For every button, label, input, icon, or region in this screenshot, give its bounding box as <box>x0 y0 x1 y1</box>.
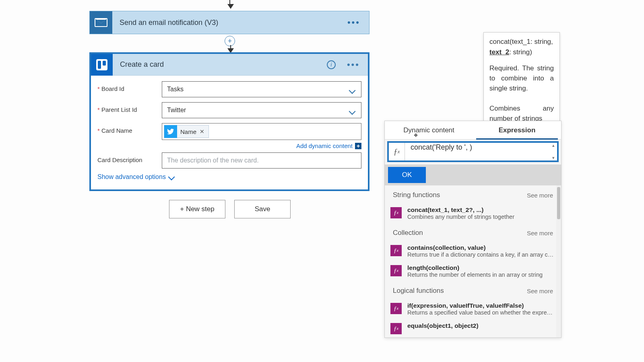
select-board-id[interactable]: Tasks <box>162 81 361 97</box>
fn-concat[interactable]: ƒx concat(text_1, text_2?, ...) Combines… <box>385 203 561 223</box>
ok-button[interactable]: OK <box>388 167 426 183</box>
tooltip-required-text: Required. The string to combine into a s… <box>489 64 554 93</box>
token-twitter-name[interactable]: Name ✕ <box>164 125 209 138</box>
fx-chip-icon: ƒx <box>390 245 402 256</box>
fx-chip-icon: ƒx <box>390 265 402 276</box>
see-more-collection[interactable]: See more <box>527 230 553 237</box>
input-card-description[interactable]: The description of the new card. <box>162 152 361 169</box>
fn-contains[interactable]: ƒx contains(collection, value) Returns t… <box>385 241 561 261</box>
expression-input[interactable]: concat('Reply to ', ) <box>405 143 550 160</box>
input-card-name[interactable]: Name ✕ <box>162 123 361 140</box>
fn-equals[interactable]: ƒx equals(object1, object2) <box>385 319 561 337</box>
save-button[interactable]: Save <box>234 200 291 218</box>
input-card-description-placeholder: The description of the new card. <box>167 157 259 164</box>
chevron-down-icon <box>349 107 355 114</box>
function-list: String functions See more ƒx concat(text… <box>385 185 561 337</box>
label-parent-list-id: Parent List Id <box>97 102 162 113</box>
fn-contains-desc: Returns true if a dictionary contains a … <box>407 251 555 258</box>
info-icon[interactable]: i <box>327 60 336 69</box>
select-parent-list-id[interactable]: Twitter <box>162 102 361 118</box>
see-more-string[interactable]: See more <box>527 192 553 199</box>
fn-if-desc: Returns a specified value based on wheth… <box>407 309 555 316</box>
see-more-logical[interactable]: See more <box>527 288 553 294</box>
category-collection-label: Collection <box>393 229 423 237</box>
fn-if-sig: if(expression, valueIfTrue, valueIfFalse… <box>407 302 555 309</box>
label-card-description: Card Description <box>97 152 162 163</box>
flow-arrow-top <box>227 0 232 6</box>
step-send-email[interactable]: Send an email notification (V3) ••• <box>89 11 369 34</box>
function-signature-tooltip: concat(text_1: string, text_2: string) R… <box>483 32 560 126</box>
category-string-label: String functions <box>393 191 440 199</box>
fn-length-sig: length(collection) <box>407 264 555 272</box>
fn-length-desc: Returns the number of elements in an arr… <box>407 272 555 278</box>
category-logical-label: Logical functions <box>393 287 444 295</box>
fn-concat-desc: Combines any number of strings together <box>407 214 555 220</box>
step-send-email-more-icon[interactable]: ••• <box>347 17 360 28</box>
field-card-name: Card Name Name ✕ <box>97 123 361 140</box>
mail-icon <box>90 11 112 34</box>
step-create-card-title: Create a card <box>120 60 164 69</box>
select-parent-list-id-value: Twitter <box>167 107 186 114</box>
field-board-id: Board Id Tasks <box>97 81 361 97</box>
show-advanced-options[interactable]: Show advanced options <box>97 173 361 181</box>
add-dynamic-content-link[interactable]: Add dynamic content <box>296 142 353 149</box>
new-step-button[interactable]: + New step <box>169 200 225 218</box>
step-create-card-more-icon[interactable]: ••• <box>347 60 360 70</box>
add-dynamic-plus-icon[interactable]: + <box>355 143 361 149</box>
fx-icon: ƒx <box>389 143 405 160</box>
fx-chip-icon: ƒx <box>390 303 402 314</box>
field-card-description: Card Description The description of the … <box>97 152 361 169</box>
tab-dynamic-content[interactable]: Dynamic content <box>385 121 473 139</box>
expression-text: concat('Reply to ', ) <box>411 143 472 151</box>
expression-input-row: ƒx concat('Reply to ', ) ▴▾ <box>387 141 559 162</box>
function-list-scrollbar[interactable] <box>556 185 561 337</box>
step-create-card: Create a card i ••• Board Id Tasks Paren… <box>89 52 369 191</box>
fn-contains-sig: contains(collection, value) <box>407 244 555 251</box>
chevron-down-icon <box>349 86 355 93</box>
step-send-email-title: Send an email notification (V3) <box>120 19 218 27</box>
show-advanced-label: Show advanced options <box>97 173 166 181</box>
tooltip-signature: concat(text_1: string, text_2: string) <box>489 37 554 57</box>
token-remove-icon[interactable]: ✕ <box>200 128 204 135</box>
fn-equals-sig: equals(object1, object2) <box>407 322 555 329</box>
fn-length[interactable]: ƒx length(collection) Returns the number… <box>385 261 561 281</box>
label-board-id: Board Id <box>97 81 162 92</box>
field-parent-list-id: Parent List Id Twitter <box>97 102 361 118</box>
fn-if[interactable]: ƒx if(expression, valueIfTrue, valueIfFa… <box>385 299 561 319</box>
category-string-functions: String functions See more <box>385 185 561 203</box>
label-card-name: Card Name <box>97 123 162 134</box>
token-label: Name <box>180 128 196 135</box>
expression-panel: Dynamic content Expression ƒx concat('Re… <box>384 121 561 338</box>
category-collection: Collection See more <box>385 223 561 241</box>
flow-arrow-mid <box>227 45 234 53</box>
select-board-id-value: Tasks <box>167 86 184 93</box>
fx-chip-icon: ƒx <box>390 207 402 218</box>
chevron-down-icon <box>168 174 175 181</box>
category-logical-functions: Logical functions See more <box>385 281 561 299</box>
trello-icon <box>91 54 113 76</box>
fx-chip-icon: ƒx <box>390 323 402 334</box>
fn-concat-sig: concat(text_1, text_2?, ...) <box>407 206 555 214</box>
tab-expression[interactable]: Expression <box>473 121 561 139</box>
expression-scroll-stub[interactable]: ▴▾ <box>550 143 557 160</box>
twitter-icon <box>164 125 177 138</box>
step-create-card-header[interactable]: Create a card i ••• <box>91 54 368 76</box>
